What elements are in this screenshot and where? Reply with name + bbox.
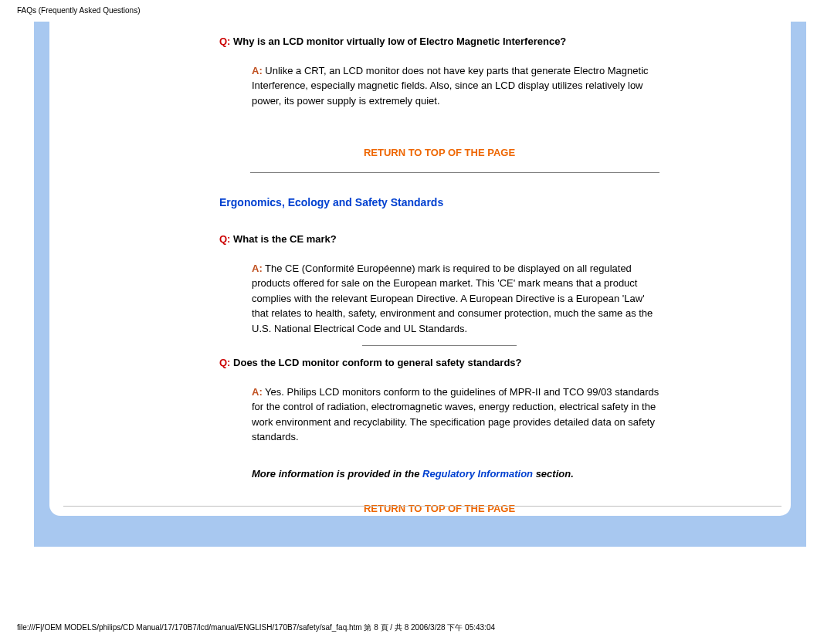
section-heading-ergonomics: Ergonomics, Ecology and Safety Standards [219, 196, 659, 208]
return-link[interactable]: RETURN TO TOP OF THE PAGE [364, 147, 515, 158]
q-prefix: Q: [219, 36, 230, 47]
regulatory-information-link[interactable]: Regulatory Information [422, 468, 533, 480]
footer-file-path: file:///F|/OEM MODELS/philips/CD Manual/… [17, 622, 495, 633]
faq-question-2: Q: What is the CE mark? [219, 232, 659, 247]
content-panel: Q: Why is an LCD monitor virtually low o… [49, 22, 791, 516]
a-text: Yes. Philips LCD monitors conform to the… [252, 386, 659, 443]
return-to-top-2: RETURN TO TOP OF THE PAGE [219, 503, 659, 514]
a-text: Unlike a CRT, an LCD monitor does not ha… [252, 65, 649, 107]
return-to-top-1: RETURN TO TOP OF THE PAGE [219, 147, 659, 158]
main-content: Q: Why is an LCD monitor virtually low o… [219, 29, 659, 528]
page-header-path: FAQs (Frequently Asked Questions) [17, 6, 141, 15]
more-info-pre: More information is provided in the [252, 468, 422, 480]
q-prefix: Q: [219, 357, 230, 368]
faq-answer-2: A: The CE (Conformité Européenne) mark i… [252, 261, 659, 337]
faq-question-1: Q: Why is an LCD monitor virtually low o… [219, 34, 659, 49]
faq-question-3: Q: Does the LCD monitor conform to gener… [219, 355, 659, 371]
q-text: Why is an LCD monitor virtually low of E… [230, 36, 566, 47]
return-link[interactable]: RETURN TO TOP OF THE PAGE [364, 503, 515, 514]
a-prefix: A: [252, 386, 263, 398]
panel-bottom-rule [63, 506, 781, 507]
q-text: Does the LCD monitor conform to general … [230, 357, 521, 368]
divider [250, 172, 659, 173]
faq-answer-1: A: Unlike a CRT, an LCD monitor does not… [252, 63, 659, 109]
a-prefix: A: [252, 65, 263, 76]
a-text: The CE (Conformité Européenne) mark is r… [252, 263, 653, 334]
faq-answer-3: A: Yes. Philips LCD monitors conform to … [252, 385, 659, 445]
more-info-line: More information is provided in the Regu… [252, 466, 659, 482]
a-prefix: A: [252, 263, 263, 274]
divider-small [362, 345, 517, 346]
q-text: What is the CE mark? [230, 233, 336, 245]
q-prefix: Q: [219, 233, 230, 245]
page-background: Q: Why is an LCD monitor virtually low o… [34, 22, 806, 547]
more-info-post: section. [533, 468, 574, 480]
